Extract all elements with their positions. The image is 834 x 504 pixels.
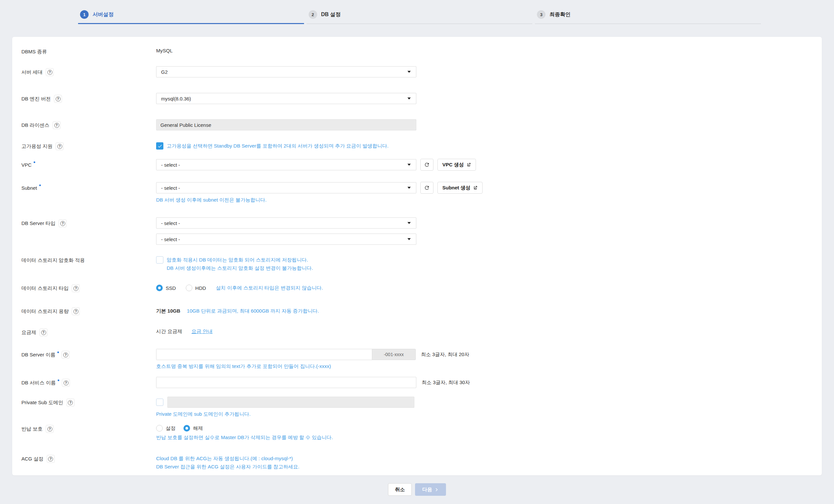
storage-encryption-label: 데이터 스토리지 암호화 적용 bbox=[21, 257, 85, 264]
subnet-label: Subnet bbox=[21, 185, 37, 191]
protection-option-off[interactable]: 해제 bbox=[183, 425, 203, 432]
acg-settings-label: ACG 설정 bbox=[21, 456, 43, 462]
db-server-type-select-2[interactable]: - select - bbox=[156, 234, 416, 245]
storage-encryption-note-1: 암호화 적용시 DB 데이터는 암호화 되어 스토리지에 저장됩니다. bbox=[167, 256, 313, 264]
help-icon[interactable]: ? bbox=[62, 379, 70, 387]
db-server-name-input[interactable] bbox=[156, 349, 372, 360]
next-button[interactable]: 다음 bbox=[415, 483, 446, 496]
step-db-settings[interactable]: 2 DB 설정 bbox=[307, 6, 533, 24]
row-server-generation: 서버 세대 ? G2 bbox=[21, 66, 822, 78]
wizard-footer: 취소 다음 bbox=[0, 483, 834, 496]
high-availability-label: 고가용성 지원 bbox=[21, 143, 52, 150]
help-icon[interactable]: ? bbox=[59, 219, 67, 227]
step-server-settings[interactable]: 1 서버설정 bbox=[78, 6, 304, 24]
row-termination-protection: 반납 보호 ? 설정 해제 반납 보호를 설정하면 실수로 Master DB가… bbox=[21, 425, 822, 441]
private-sub-domain-field bbox=[167, 397, 414, 408]
server-generation-label: 서버 세대 bbox=[21, 69, 43, 75]
subnet-select[interactable]: - select - bbox=[156, 182, 416, 193]
row-storage-size: 데이터 스토리지 용량 ? 기본 10GB 10GB 단위로 과금되며, 최대 … bbox=[21, 307, 822, 315]
row-high-availability: 고가용성 지원 ? 고가용성을 선택하면 Standby DB Server를 … bbox=[21, 142, 822, 150]
db-service-name-input[interactable] bbox=[156, 377, 416, 388]
db-engine-version-label: DB 엔진 버전 bbox=[21, 96, 51, 102]
storage-type-note: 설치 이후에 스토리지 타입은 변경되지 않습니다. bbox=[216, 284, 323, 291]
pricing-plan-value: 시간 요금제 bbox=[156, 328, 182, 335]
storage-type-option-ssd[interactable]: SSD bbox=[156, 285, 176, 291]
server-settings-form: DBMS 종류 MySQL 서버 세대 ? G2 DB 엔진 버전 ? mysq… bbox=[12, 37, 822, 475]
step-label: 서버설정 bbox=[92, 11, 114, 18]
chevron-right-icon bbox=[435, 487, 439, 492]
chevron-down-icon bbox=[408, 222, 411, 224]
chevron-down-icon bbox=[408, 238, 411, 240]
radio-unselected-icon bbox=[186, 285, 192, 291]
help-icon[interactable]: ? bbox=[54, 95, 62, 103]
row-vpc: VPC - select - VPC 생성 bbox=[21, 159, 822, 171]
radio-selected-icon bbox=[183, 425, 190, 432]
pricing-guide-link[interactable]: 요금 안내 bbox=[191, 328, 213, 335]
high-availability-checkbox[interactable] bbox=[156, 142, 163, 150]
required-dot bbox=[34, 161, 35, 163]
help-icon[interactable]: ? bbox=[56, 142, 64, 150]
private-sub-domain-checkbox[interactable] bbox=[156, 399, 163, 406]
help-icon[interactable]: ? bbox=[46, 68, 54, 76]
vpc-refresh-button[interactable] bbox=[420, 159, 434, 171]
protection-option-on[interactable]: 설정 bbox=[156, 425, 176, 432]
help-icon[interactable]: ? bbox=[53, 121, 61, 129]
db-engine-version-select[interactable]: mysql(8.0.36) bbox=[156, 93, 416, 104]
required-dot bbox=[57, 351, 59, 353]
termination-protection-note: 반납 보호를 설정하면 실수로 Master DB가 삭제되는 경우를 예방 할… bbox=[156, 434, 333, 441]
cancel-button[interactable]: 취소 bbox=[388, 483, 412, 496]
step-number-badge: 2 bbox=[309, 10, 317, 19]
refresh-icon bbox=[424, 185, 430, 191]
db-service-name-label: DB 서비스 이름 bbox=[21, 380, 56, 386]
step-number-badge: 1 bbox=[80, 10, 89, 19]
server-generation-select[interactable]: G2 bbox=[156, 66, 416, 78]
db-service-name-hint: 최소 3글자, 최대 30자 bbox=[422, 379, 470, 386]
required-dot bbox=[58, 379, 59, 381]
step-progress-bar bbox=[78, 23, 304, 24]
acg-note-2: DB Server 접근을 위한 ACG 설정은 사용자 가이드를 참고하세요. bbox=[156, 463, 300, 470]
help-icon[interactable]: ? bbox=[40, 328, 47, 336]
row-storage-encryption: 데이터 스토리지 암호화 적용 암호화 적용시 DB 데이터는 암호화 되어 스… bbox=[21, 256, 822, 272]
private-sub-domain-note: Private 도메인에 sub 도메인이 추가됩니다. bbox=[156, 411, 414, 418]
row-db-service-name: DB 서비스 이름 ? 최소 3글자, 최대 30자 bbox=[21, 377, 822, 388]
help-icon[interactable]: ? bbox=[62, 351, 69, 359]
row-db-server-type: DB Server 타입 ? - select - - select - bbox=[21, 217, 822, 245]
db-server-type-label: DB Server 타입 bbox=[21, 220, 55, 227]
help-icon[interactable]: ? bbox=[72, 307, 80, 315]
wizard-stepper: 1 서버설정 2 DB 설정 3 최종확인 bbox=[78, 6, 761, 24]
storage-encryption-checkbox[interactable] bbox=[156, 256, 163, 264]
help-icon[interactable]: ? bbox=[47, 455, 55, 463]
storage-size-value: 기본 10GB bbox=[156, 308, 180, 314]
db-server-name-hint: 최소 3글자, 최대 20자 bbox=[421, 351, 469, 358]
help-icon[interactable]: ? bbox=[72, 284, 80, 292]
high-availability-note: 고가용성을 선택하면 Standby DB Server를 포함하여 2대의 서… bbox=[167, 142, 388, 150]
vpc-create-button[interactable]: VPC 생성 bbox=[437, 159, 476, 171]
pricing-plan-label: 요금제 bbox=[21, 329, 36, 336]
vpc-select[interactable]: - select - bbox=[156, 159, 416, 170]
db-server-type-select-1[interactable]: - select - bbox=[156, 217, 416, 228]
db-license-label: DB 라이센스 bbox=[21, 122, 49, 129]
private-sub-domain-label: Private Sub 도메인 bbox=[21, 399, 63, 406]
storage-type-option-hdd[interactable]: HDD bbox=[186, 285, 206, 291]
chevron-down-icon bbox=[408, 187, 411, 189]
db-server-name-suffix: -001-xxxx bbox=[372, 349, 415, 360]
storage-size-label: 데이터 스토리지 용량 bbox=[21, 308, 68, 314]
row-storage-type: 데이터 스토리지 타입 ? SSD HDD 설치 이후에 스토리지 타입은 변경… bbox=[21, 284, 822, 292]
help-icon[interactable]: ? bbox=[67, 399, 74, 407]
step-final-confirm[interactable]: 3 최종확인 bbox=[535, 6, 761, 24]
row-dbms-type: DBMS 종류 MySQL bbox=[21, 48, 822, 56]
db-server-name-field: -001-xxxx bbox=[156, 349, 416, 360]
subnet-refresh-button[interactable] bbox=[420, 182, 434, 194]
help-icon[interactable]: ? bbox=[46, 425, 54, 433]
dbms-type-label: DBMS 종류 bbox=[21, 49, 47, 55]
db-server-name-note: 호스트명 중복 방지를 위해 임의의 text가 추가로 포함되어 만들어 집니… bbox=[156, 363, 469, 370]
subnet-create-button[interactable]: Subnet 생성 bbox=[437, 182, 483, 194]
refresh-icon bbox=[424, 162, 430, 168]
step-label: 최종확인 bbox=[549, 11, 570, 18]
row-acg-settings: ACG 설정 ? Cloud DB 를 위한 ACG는 자동 생성됩니다.(예 … bbox=[21, 455, 822, 470]
check-icon bbox=[157, 144, 162, 149]
dbms-type-value: MySQL bbox=[156, 48, 173, 53]
row-db-license: DB 라이센스 ? General Public License bbox=[21, 119, 822, 130]
subnet-note: DB 서버 생성 이후에 subnet 이전은 불가능합니다. bbox=[156, 196, 483, 203]
row-subnet: Subnet - select - Subnet 생성 DB 서버 생성 이후에… bbox=[21, 182, 822, 203]
